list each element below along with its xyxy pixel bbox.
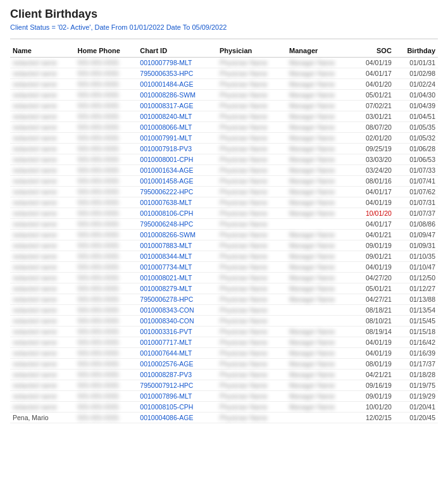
table-row: redacted name555-555-55550010008066-MLTP… [10,122,438,133]
cell-home-phone: 555-555-5555 [75,68,138,79]
cell-soc: 04/21/21 [354,370,394,380]
cell-name: Pena, Mario [10,413,75,423]
cell-physician: Physician Name [217,359,287,370]
cell-physician: Physician Name [217,337,287,348]
cell-name: redacted name [10,359,75,370]
cell-home-phone: 555-555-5555 [75,294,138,305]
cell-birthday: 01/07/31 [394,197,438,208]
table-row: redacted name555-555-55550010007734-MLTP… [10,262,438,273]
cell-physician: Physician Name [217,133,287,144]
cell-birthday: 01/04/30 [394,90,438,101]
cell-name: redacted name [10,262,75,273]
cell-birthday: 01/02/24 [394,79,438,90]
cell-physician: Physician Name [217,144,287,154]
cell-birthday: 01/07/37 [394,208,438,219]
cell-home-phone: 555-555-5555 [75,176,138,187]
cell-name: redacted name [10,68,75,79]
cell-physician: Physician Name [217,294,287,305]
cell-name: redacted name [10,326,75,337]
cell-physician: Physician Name [217,326,287,337]
cell-chart-id: 0010007717-MLT [137,337,217,348]
cell-home-phone: 555-555-5555 [75,219,138,230]
cell-physician: Physician Name [217,187,287,197]
cell-name: redacted name [10,197,75,208]
cell-birthday: 01/20/45 [394,413,438,423]
cell-birthday: 01/13/54 [394,305,438,316]
cell-chart-id: 0010001634-AGE [137,165,217,176]
cell-birthday: 01/15/18 [394,326,438,337]
cell-soc: 08/01/16 [354,176,394,187]
cell-home-phone: 555-555-5555 [75,337,138,348]
cell-birthday: 01/04/51 [394,111,438,122]
cell-physician: Physician Name [217,273,287,283]
cell-manager: Manager Name [287,273,354,283]
cell-manager: Manager Name [287,283,354,294]
cell-manager: Manager Name [287,208,354,219]
cell-chart-id: 0010007734-MLT [137,262,217,273]
cell-birthday: 01/05/35 [394,122,438,133]
cell-name: redacted name [10,154,75,165]
cell-manager: Manager Name [287,294,354,305]
cell-chart-id: 0010008279-MLT [137,283,217,294]
cell-manager: Manager Name [287,79,354,90]
cell-chart-id: 7950006353-HPC [137,68,217,79]
cell-soc: 08/18/21 [354,305,394,316]
cell-home-phone: 555-555-5555 [75,197,138,208]
cell-home-phone: 555-555-5555 [75,251,138,262]
cell-physician: Physician Name [217,165,287,176]
cell-soc: 08/07/20 [354,122,394,133]
cell-home-phone: 555-555-5555 [75,283,138,294]
cell-manager: Manager Name [287,165,354,176]
cell-home-phone: 555-555-5555 [75,133,138,144]
cell-chart-id: 7950006278-HPC [137,294,217,305]
col-header-manager: Manager [287,44,354,58]
cell-chart-id: 0010008001-CPH [137,154,217,165]
table-row: redacted name555-555-55550010008106-CPHP… [10,208,438,219]
cell-chart-id: 0010002576-AGE [137,359,217,370]
cell-home-phone: 555-555-5555 [75,58,138,68]
cell-chart-id: 0010008266-SWM [137,230,217,240]
cell-manager: Manager Name [287,337,354,348]
cell-home-phone: 555-555-5555 [75,413,138,423]
table-row: redacted name555-555-55550010008343-CONP… [10,305,438,316]
cell-soc: 08/19/14 [354,326,394,337]
cell-name: redacted name [10,348,75,359]
cell-soc: 03/03/20 [354,154,394,165]
cell-name: redacted name [10,144,75,154]
cell-manager: Manager Name [287,68,354,79]
cell-chart-id: 0010007896-MLT [137,391,217,402]
cell-soc: 04/01/19 [354,197,394,208]
cell-physician: Physician Name [217,230,287,240]
cell-manager: Manager Name [287,240,354,251]
cell-manager: Manager Name [287,262,354,273]
cell-home-phone: 555-555-5555 [75,305,138,316]
cell-manager: Manager Name [287,133,354,144]
cell-physician: Physician Name [217,240,287,251]
cell-physician: Physician Name [217,305,287,316]
table-row: redacted name555-555-55557950007912-HPCP… [10,380,438,391]
cell-birthday: 01/08/86 [394,219,438,230]
cell-birthday: 01/06/53 [394,154,438,165]
cell-chart-id: 0010008340-CON [137,316,217,326]
cell-chart-id: 0010004086-AGE [137,413,217,423]
cell-chart-id: 0010008021-MLT [137,273,217,283]
cell-birthday: 01/09/47 [394,230,438,240]
divider [10,39,438,39]
cell-chart-id: 0010008317-AGE [137,101,217,111]
cell-birthday: 01/04/39 [394,101,438,111]
cell-name: redacted name [10,402,75,413]
cell-soc: 09/16/19 [354,380,394,391]
cell-name: redacted name [10,380,75,391]
cell-manager: Manager Name [287,370,354,380]
cell-name: redacted name [10,79,75,90]
table-row: redacted name555-555-55550010007638-MLTP… [10,197,438,208]
cell-name: redacted name [10,305,75,316]
cell-manager [287,219,354,230]
cell-soc: 08/01/19 [354,359,394,370]
table-row: redacted name555-555-55550010007883-MLTP… [10,240,438,251]
cell-soc: 09/01/19 [354,391,394,402]
cell-physician: Physician Name [217,370,287,380]
table-row: redacted name555-555-55550010008344-MLTP… [10,251,438,262]
cell-manager: Manager Name [287,402,354,413]
cell-manager: Manager Name [287,359,354,370]
